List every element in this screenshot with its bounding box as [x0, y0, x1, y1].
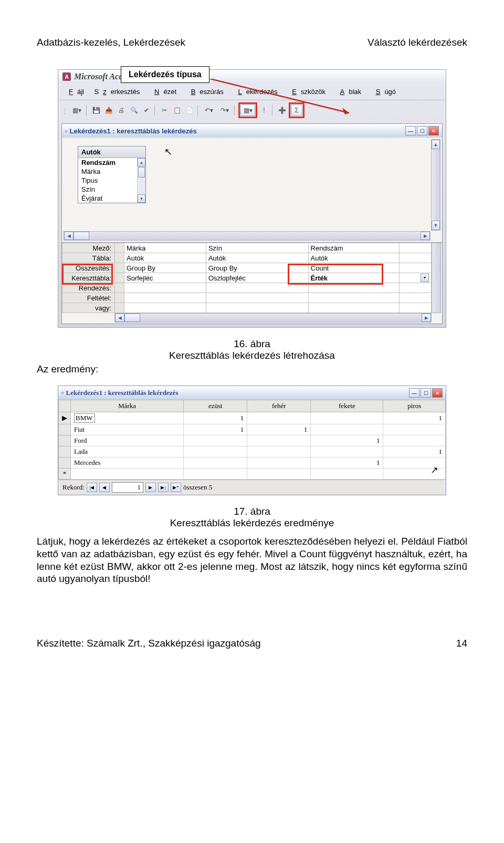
field-item[interactable]: Szín — [78, 185, 137, 194]
table-row[interactable]: Mercedes 1 — [59, 457, 446, 469]
copy-icon[interactable]: 📋 — [171, 105, 183, 116]
table-row[interactable]: Fiat 1 1 — [59, 424, 446, 435]
field-box-title: Autók — [78, 147, 145, 158]
field-item[interactable]: Tipus — [78, 176, 137, 185]
save-icon[interactable]: 💾 — [90, 105, 102, 116]
grid-cell[interactable]: Autók — [124, 253, 206, 263]
grid-cell[interactable]: Érték — [308, 273, 399, 283]
menu-view[interactable]: Nézet — [146, 85, 181, 99]
cell-value[interactable]: Lada — [71, 446, 184, 457]
menu-insert[interactable]: Beszúrás — [183, 85, 228, 99]
spell-icon[interactable]: ✔ — [141, 105, 152, 116]
cell-value[interactable]: Ford — [71, 435, 184, 446]
minimize-button[interactable]: — — [405, 126, 416, 136]
undo-icon[interactable]: ↶▾ — [202, 105, 216, 116]
pane-hscroll[interactable]: ◀ ▶ — [64, 231, 430, 241]
access-logo-icon: A — [62, 72, 71, 81]
row-label: Kereszttábla: — [62, 273, 115, 283]
paste-icon[interactable]: 📄 — [184, 105, 195, 116]
scroll-left-icon[interactable]: ◀ — [115, 314, 124, 322]
nav-first-button[interactable]: |◀ — [87, 483, 97, 492]
cell-value — [184, 457, 247, 469]
nav-next-button[interactable]: ▶ — [145, 483, 156, 492]
grid-cell[interactable] — [400, 243, 432, 253]
export-icon[interactable]: 📤 — [103, 105, 114, 116]
run-icon[interactable]: ! — [258, 105, 270, 116]
cut-icon[interactable]: ✂ — [159, 105, 170, 116]
grid-cell[interactable]: Rendszám — [308, 243, 399, 253]
grid-cell[interactable]: Márka — [124, 243, 206, 253]
preview-icon[interactable]: 🔍 — [128, 105, 140, 116]
row-label: Feltétel: — [62, 293, 115, 303]
menu-tools[interactable]: Eszközök — [284, 85, 330, 99]
field-scrollbar[interactable]: ▲ ▼ — [137, 158, 145, 203]
grid-cell[interactable]: Group By — [124, 263, 206, 273]
col-header[interactable]: ezüst — [184, 400, 247, 412]
header-left: Adatbázis-kezelés, Lekérdezések — [37, 37, 185, 48]
grid-cell[interactable]: Autók — [308, 253, 399, 263]
result-titlebar: ▫ Lekérdezés1 : kereszttáblás lekérdezés… — [58, 386, 446, 400]
nav-last-button[interactable]: ▶| — [158, 483, 169, 492]
scroll-down-icon[interactable]: ▼ — [138, 194, 145, 203]
grid-cell[interactable]: Autók — [206, 253, 308, 263]
grid-cell[interactable]: Sorfejléc — [124, 273, 206, 283]
grid-cell[interactable]: Group By — [206, 263, 308, 273]
scroll-right-icon[interactable]: ▶ — [422, 314, 431, 322]
grid-cell[interactable]: Oszlopfejléc — [206, 273, 308, 283]
menu-help[interactable]: Súgó — [368, 85, 400, 99]
menu-edit[interactable]: Szerkesztés — [90, 85, 144, 99]
table-row[interactable]: ▶ BMW 1 1 — [59, 412, 446, 424]
totals-button[interactable]: Σ — [291, 105, 302, 116]
grid-cell[interactable]: Count — [308, 263, 399, 273]
query-type-button[interactable]: ▦▾ — [240, 105, 255, 116]
close-button[interactable]: ✕ — [432, 388, 443, 398]
new-row-icon: * — [59, 469, 71, 480]
scroll-thumb[interactable] — [138, 167, 145, 178]
new-row[interactable]: * — [59, 469, 446, 480]
cell-value[interactable]: BMW — [74, 413, 95, 423]
scroll-down-icon[interactable]: ▼ — [432, 221, 440, 230]
print-icon[interactable]: 🖨 — [116, 105, 127, 116]
scroll-thumb[interactable] — [124, 314, 140, 322]
view-button[interactable]: ▦▾ — [69, 105, 84, 116]
show-table-icon[interactable]: ➕ — [276, 105, 288, 116]
scroll-thumb[interactable] — [74, 232, 89, 240]
row-selector[interactable]: ▶ — [59, 412, 71, 424]
nav-new-button[interactable]: ▶* — [171, 483, 181, 492]
cell-value: 1 — [184, 412, 247, 424]
col-header[interactable]: fekete — [311, 400, 383, 412]
col-header[interactable]: piros — [383, 400, 446, 412]
grid-cell[interactable]: Szín — [206, 243, 308, 253]
cell-value[interactable]: Mercedes — [71, 457, 184, 469]
menu-window[interactable]: Ablak — [332, 85, 366, 99]
minimize-button[interactable]: — — [409, 388, 419, 398]
field-item[interactable]: Márka — [78, 167, 137, 176]
close-button[interactable]: ✕ — [428, 126, 439, 136]
maximize-button[interactable]: ☐ — [421, 388, 431, 398]
field-item[interactable]: Évjárat — [78, 194, 137, 203]
field-item[interactable]: Rendszám — [78, 158, 137, 167]
scroll-up-icon[interactable]: ▲ — [432, 140, 440, 149]
menu-query[interactable]: Lekérdezés — [229, 85, 281, 99]
scroll-right-icon[interactable]: ▶ — [421, 232, 430, 240]
table-row[interactable]: Ford 1 — [59, 435, 446, 446]
maximize-button[interactable]: ☐ — [417, 126, 427, 136]
chevron-down-icon[interactable]: ▾ — [421, 274, 429, 282]
grid-cell[interactable]: ▾ — [400, 273, 432, 283]
redo-icon[interactable]: ↷▾ — [217, 105, 232, 116]
page-footer: Készítette: Számalk Zrt., Szakképzési ig… — [37, 638, 467, 649]
col-header[interactable]: fehér — [247, 400, 311, 412]
pane-vscroll[interactable]: ▲ ▼ — [431, 139, 440, 231]
menu-file[interactable]: Fájl — [60, 85, 88, 99]
grid-vscroll[interactable] — [432, 243, 441, 313]
cell-value — [184, 435, 247, 446]
col-header[interactable]: Márka — [71, 400, 184, 412]
cell-value[interactable]: Fiat — [71, 424, 184, 435]
cell-value: 1 — [383, 412, 446, 424]
scroll-left-icon[interactable]: ◀ — [64, 232, 74, 240]
nav-record-input[interactable]: 1 — [112, 482, 143, 493]
grid-hscroll[interactable]: ◀ ▶ — [114, 313, 432, 322]
nav-prev-button[interactable]: ◀ — [99, 483, 110, 492]
scroll-up-icon[interactable]: ▲ — [138, 158, 145, 166]
table-row[interactable]: Lada 1 — [59, 446, 446, 457]
